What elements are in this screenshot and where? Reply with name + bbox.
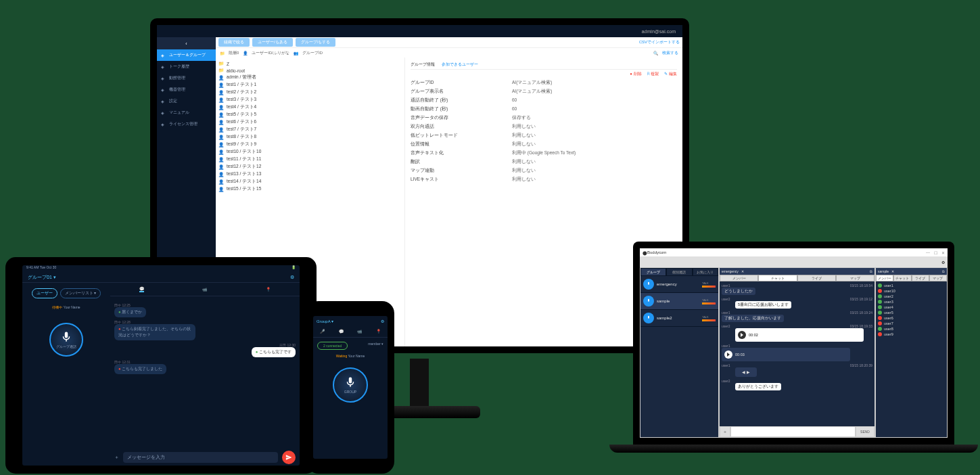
tab-org[interactable]: 組織で絞る <box>218 38 250 47</box>
detach-icon[interactable]: ⧉ <box>870 269 872 274</box>
minimize-icon[interactable]: — <box>926 250 930 255</box>
sidebar-item[interactable]: ◈ライセンス管理 <box>157 118 216 130</box>
detail-tab-info[interactable]: グループ情報 <box>411 62 435 68</box>
user-row[interactable]: user8 <box>877 326 946 332</box>
sidebar-item[interactable]: ◈トーク履歴 <box>157 61 216 72</box>
user-row[interactable]: user9 <box>877 332 946 337</box>
tab-group[interactable]: グループ/もする <box>296 38 336 47</box>
sidebar-item[interactable]: ◈設定 <box>157 95 216 107</box>
members-tab[interactable]: メンバー <box>876 275 893 281</box>
map-tab[interactable]: マップ <box>929 275 947 281</box>
tree-item[interactable]: 👤test10 / テスト10 <box>218 148 402 156</box>
tree-item[interactable]: 👤test6 / テスト6 <box>218 118 402 126</box>
group-selector[interactable]: GroupA ▾ <box>317 319 333 323</box>
chat-input[interactable] <box>731 427 855 436</box>
settings-icon[interactable]: ⚙ <box>381 319 384 323</box>
video-tab-icon[interactable]: 📹 <box>202 287 207 292</box>
members-tab[interactable]: メンバー <box>720 275 758 281</box>
map-tab[interactable]: マップ <box>836 275 874 281</box>
tree-item[interactable]: 👤test7 / テスト7 <box>218 126 402 133</box>
delete-button[interactable]: ● 削除 <box>630 71 641 77</box>
breadcrumb-root[interactable]: 階層0 <box>229 50 239 56</box>
tree-item[interactable]: 👤test13 / テスト13 <box>218 171 402 178</box>
groups-tab[interactable]: グループ <box>640 268 666 276</box>
phone-app: GroupA ▾ ⚙ 🎤 💬 📹 📍 2 connected member ▾ … <box>313 316 388 459</box>
tree-item[interactable]: 📁aldio-root <box>218 67 402 74</box>
tree-item[interactable]: 👤test15 / テスト15 <box>218 185 402 193</box>
detach-icon[interactable]: ⧉ <box>942 269 945 274</box>
sidebar-back-button[interactable]: ‹ <box>157 37 216 49</box>
mic-button[interactable]: GROUP <box>333 367 368 403</box>
maximize-icon[interactable]: ☐ <box>934 250 937 255</box>
tree-item[interactable]: 👤test14 / テスト14 <box>218 178 402 185</box>
tree-item[interactable]: 👤admin / 管理者 <box>218 74 402 81</box>
settings-icon[interactable]: ⚙ <box>290 275 294 280</box>
detail-tab-users[interactable]: 参加できるユーザー <box>442 62 478 68</box>
user-row[interactable]: user6 <box>877 315 946 321</box>
map-tab-icon[interactable]: 📍 <box>266 287 271 292</box>
chat-message: 吉田 12:30● こちらも完了です <box>114 343 296 357</box>
tree-item[interactable]: 👤test1 / テスト1 <box>218 81 402 89</box>
csv-import-link[interactable]: CSVでインポートする <box>639 39 680 45</box>
gear-icon[interactable]: ⚙ <box>941 260 945 265</box>
chat-panel: emergency✕⧉ メンバー チャット ライブ マップ user103/15… <box>720 268 874 437</box>
group-item[interactable]: sampleTALK <box>640 293 718 310</box>
mic-tab-icon[interactable]: 🎤 <box>320 329 325 334</box>
sidebar-item[interactable]: ◈動態管理 <box>157 72 216 84</box>
tab-user[interactable]: ユーザー/もある <box>252 38 293 47</box>
group-title[interactable]: グループ01 ▾ <box>28 274 56 281</box>
user-row[interactable]: user7 <box>877 321 946 326</box>
group-item[interactable]: emergencyTALK <box>640 276 718 293</box>
send-button[interactable]: SEND <box>856 427 874 436</box>
tree-item[interactable]: 👤test8 / テスト8 <box>218 133 402 141</box>
individual-tab[interactable]: 個別通話 <box>666 268 692 276</box>
user-row[interactable]: user1 <box>877 283 946 288</box>
breadcrumb: 📁 階層0 👤 ユーザーID/ふりがな 👥 グループID 🔍 検索する <box>216 48 682 58</box>
video-tab-icon[interactable]: 📹 <box>357 329 362 334</box>
sidebar-item[interactable]: ◈ユーザー＆グループ <box>157 49 216 61</box>
add-icon[interactable]: ＋ <box>114 454 119 461</box>
member-dropdown[interactable]: member ▾ <box>368 342 383 350</box>
groups-panel: グループ 個別通話 お気に入り emergencyTALKsampleTALKs… <box>640 268 718 437</box>
sidebar-item[interactable]: ◈マニュアル <box>157 107 216 118</box>
user-tab[interactable]: ユーザー <box>32 288 57 298</box>
chat-tab-icon[interactable]: 💬 <box>139 286 144 292</box>
member-list-tab[interactable]: メンバーリスト ▾ <box>60 288 101 298</box>
chat-log[interactable]: user103/15 18:18:54どうしましたかuser203/15 18:… <box>720 281 874 426</box>
search-link[interactable]: 検索する <box>662 50 678 56</box>
account-label[interactable]: admin@sai.com <box>642 29 676 34</box>
live-tab[interactable]: ライブ <box>797 275 836 281</box>
tree-item[interactable]: 👤test12 / テスト12 <box>218 163 402 171</box>
breadcrumb-group[interactable]: グループID <box>302 50 323 56</box>
send-button[interactable] <box>282 451 296 464</box>
group-item[interactable]: sample2TALK <box>640 310 718 327</box>
sidebar-item[interactable]: ◈機器管理 <box>157 84 216 95</box>
live-tab[interactable]: ライブ <box>912 275 929 281</box>
close-panel-icon[interactable]: ✕ <box>741 269 744 273</box>
message-input[interactable]: メッセージを入力 <box>123 452 278 463</box>
user-row[interactable]: user4 <box>877 304 946 310</box>
close-icon[interactable]: ✕ <box>941 250 945 255</box>
tree-item[interactable]: 👤test3 / テスト3 <box>218 96 402 104</box>
user-row[interactable]: user2 <box>877 294 946 299</box>
tree-item[interactable]: 👤test11 / テスト11 <box>218 156 402 163</box>
tree-item[interactable]: 👤test5 / テスト5 <box>218 111 402 118</box>
tree-item[interactable]: 👤test4 / テスト4 <box>218 104 402 111</box>
user-row[interactable]: user5 <box>877 310 946 315</box>
map-tab-icon[interactable]: 📍 <box>376 329 381 334</box>
tree-item[interactable]: 📁Z <box>218 60 402 67</box>
chat-tab[interactable]: チャット <box>893 275 911 281</box>
attach-button[interactable]: ＋ <box>720 427 730 436</box>
chat-tab-icon[interactable]: 💬 <box>339 329 344 334</box>
breadcrumb-path[interactable]: ユーザーID/ふりがな <box>252 50 289 56</box>
chat-tab[interactable]: チャット <box>758 275 797 281</box>
edit-button[interactable]: ✎ 編集 <box>664 71 677 77</box>
close-panel-icon[interactable]: ✕ <box>891 269 894 273</box>
favorites-tab[interactable]: お気に入り <box>693 268 718 276</box>
tree-item[interactable]: 👤test9 / テスト9 <box>218 141 402 148</box>
tree-item[interactable]: 👤test2 / テスト2 <box>218 89 402 96</box>
copy-button[interactable]: ⎘ 複製 <box>647 71 659 77</box>
user-row[interactable]: user3 <box>877 299 946 304</box>
mic-button[interactable]: グループ通話 <box>49 323 83 357</box>
user-row[interactable]: user10 <box>877 288 946 294</box>
